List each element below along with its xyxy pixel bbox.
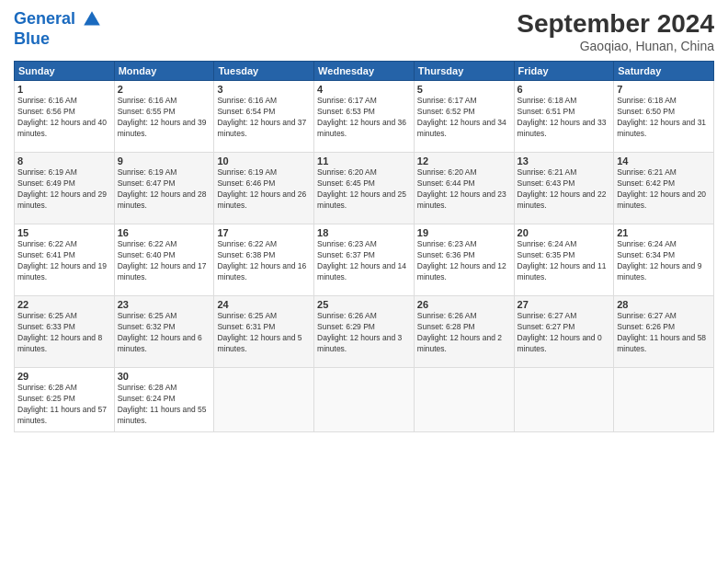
- day-7: 7Sunrise: 6:18 AMSunset: 6:50 PMDaylight…: [614, 81, 714, 153]
- title-block: September 2024 Gaoqiao, Hunan, China: [517, 9, 714, 53]
- empty-cell: [314, 368, 415, 432]
- day-5: 5Sunrise: 6:17 AMSunset: 6:52 PMDaylight…: [414, 81, 514, 153]
- week-row-4: 22Sunrise: 6:25 AMSunset: 6:33 PMDayligh…: [15, 296, 714, 368]
- day-16: 16Sunrise: 6:22 AMSunset: 6:40 PMDayligh…: [114, 224, 214, 296]
- day-1: 1Sunrise: 6:16 AMSunset: 6:56 PMDaylight…: [15, 81, 115, 153]
- day-14: 14Sunrise: 6:21 AMSunset: 6:42 PMDayligh…: [614, 153, 714, 224]
- day-4: 4Sunrise: 6:17 AMSunset: 6:53 PMDaylight…: [314, 81, 415, 153]
- header-friday: Friday: [514, 62, 614, 81]
- page-container: General Blue September 2024 Gaoqiao, Hun…: [0, 0, 728, 563]
- empty-cell: [214, 368, 314, 432]
- day-22: 22Sunrise: 6:25 AMSunset: 6:33 PMDayligh…: [15, 296, 115, 368]
- header-saturday: Saturday: [614, 62, 714, 81]
- day-3: 3Sunrise: 6:16 AMSunset: 6:54 PMDaylight…: [214, 81, 314, 153]
- week-row-1: 1Sunrise: 6:16 AMSunset: 6:56 PMDaylight…: [15, 81, 714, 153]
- calendar: Sunday Monday Tuesday Wednesday Thursday…: [14, 61, 714, 432]
- day-17: 17Sunrise: 6:22 AMSunset: 6:38 PMDayligh…: [214, 224, 314, 296]
- header-monday: Monday: [114, 62, 214, 81]
- day-9: 9Sunrise: 6:19 AMSunset: 6:47 PMDaylight…: [114, 153, 214, 224]
- logo-text: General: [14, 9, 102, 29]
- weekday-header-row: Sunday Monday Tuesday Wednesday Thursday…: [15, 62, 714, 81]
- day-29: 29Sunrise: 6:28 AMSunset: 6:25 PMDayligh…: [15, 368, 115, 432]
- day-20: 20Sunrise: 6:24 AMSunset: 6:35 PMDayligh…: [514, 224, 614, 296]
- svg-marker-0: [84, 11, 100, 25]
- day-23: 23Sunrise: 6:25 AMSunset: 6:32 PMDayligh…: [114, 296, 214, 368]
- day-27: 27Sunrise: 6:27 AMSunset: 6:27 PMDayligh…: [514, 296, 614, 368]
- day-8: 8Sunrise: 6:19 AMSunset: 6:49 PMDaylight…: [15, 153, 115, 224]
- week-row-5: 29Sunrise: 6:28 AMSunset: 6:25 PMDayligh…: [15, 368, 714, 432]
- day-18: 18Sunrise: 6:23 AMSunset: 6:37 PMDayligh…: [314, 224, 415, 296]
- logo: General Blue: [14, 9, 102, 49]
- day-21: 21Sunrise: 6:24 AMSunset: 6:34 PMDayligh…: [614, 224, 714, 296]
- day-12: 12Sunrise: 6:20 AMSunset: 6:44 PMDayligh…: [414, 153, 514, 224]
- day-2: 2Sunrise: 6:16 AMSunset: 6:55 PMDaylight…: [114, 81, 214, 153]
- day-15: 15Sunrise: 6:22 AMSunset: 6:41 PMDayligh…: [15, 224, 115, 296]
- logo-icon: [82, 9, 102, 29]
- day-25: 25Sunrise: 6:26 AMSunset: 6:29 PMDayligh…: [314, 296, 415, 368]
- header-wednesday: Wednesday: [314, 62, 415, 81]
- day-30: 30Sunrise: 6:28 AMSunset: 6:24 PMDayligh…: [114, 368, 214, 432]
- day-10: 10Sunrise: 6:19 AMSunset: 6:46 PMDayligh…: [214, 153, 314, 224]
- day-11: 11Sunrise: 6:20 AMSunset: 6:45 PMDayligh…: [314, 153, 415, 224]
- day-24: 24Sunrise: 6:25 AMSunset: 6:31 PMDayligh…: [214, 296, 314, 368]
- header-tuesday: Tuesday: [214, 62, 314, 81]
- week-row-2: 8Sunrise: 6:19 AMSunset: 6:49 PMDaylight…: [15, 153, 714, 224]
- day-26: 26Sunrise: 6:26 AMSunset: 6:28 PMDayligh…: [414, 296, 514, 368]
- empty-cell: [514, 368, 614, 432]
- header-sunday: Sunday: [15, 62, 115, 81]
- day-6: 6Sunrise: 6:18 AMSunset: 6:51 PMDaylight…: [514, 81, 614, 153]
- week-row-3: 15Sunrise: 6:22 AMSunset: 6:41 PMDayligh…: [15, 224, 714, 296]
- empty-cell: [614, 368, 714, 432]
- month-title: September 2024: [517, 9, 714, 39]
- day-13: 13Sunrise: 6:21 AMSunset: 6:43 PMDayligh…: [514, 153, 614, 224]
- header-thursday: Thursday: [414, 62, 514, 81]
- header: General Blue September 2024 Gaoqiao, Hun…: [14, 9, 714, 53]
- logo-blue: Blue: [14, 29, 102, 49]
- day-19: 19Sunrise: 6:23 AMSunset: 6:36 PMDayligh…: [414, 224, 514, 296]
- day-28: 28Sunrise: 6:27 AMSunset: 6:26 PMDayligh…: [614, 296, 714, 368]
- location: Gaoqiao, Hunan, China: [517, 39, 714, 53]
- empty-cell: [414, 368, 514, 432]
